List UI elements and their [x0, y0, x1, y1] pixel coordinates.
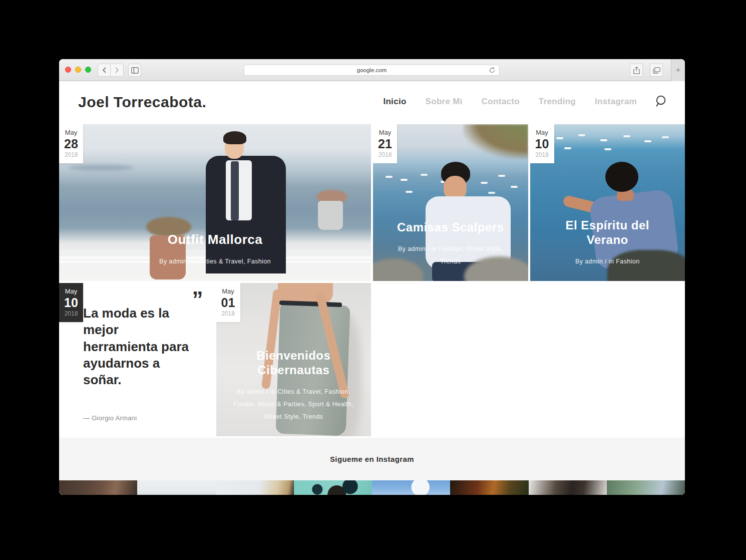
instagram-thumb[interactable]	[372, 480, 450, 495]
share-icon	[633, 67, 640, 74]
post-title[interactable]: Camisas Scalpers	[397, 220, 504, 235]
post-date-badge: May 21 2018	[373, 124, 397, 163]
plus-icon: +	[676, 65, 681, 75]
browser-toolbar: google.com +	[59, 59, 685, 81]
date-year: 2018	[59, 151, 83, 158]
post-espiritu-verano[interactable]: May 10 2018 El Espíritu del Verano By ad…	[530, 124, 685, 281]
post-overlay: Outfit Mallorca By admin / in Cities & T…	[59, 124, 371, 281]
tab-overview-group	[650, 64, 663, 77]
refresh-icon[interactable]	[489, 67, 496, 74]
web-page: Joel Torrecabota. Inicio Sobre Mi Contac…	[59, 81, 685, 495]
post-quote-giorgio-armani[interactable]: May 10 2018 ” La moda es la mejor herram…	[59, 283, 214, 436]
instagram-strip	[59, 480, 685, 495]
date-day: 10	[59, 295, 83, 310]
window-controls	[65, 67, 91, 73]
sidebar-toggle-group	[128, 64, 141, 77]
post-date-badge: May 01 2018	[216, 283, 240, 322]
date-month: May	[59, 129, 83, 136]
instagram-thumb[interactable]	[529, 480, 607, 495]
main-navigation: Inicio Sobre Mi Contacto Trending Instag…	[383, 97, 637, 107]
new-tab-button[interactable]: +	[671, 59, 685, 81]
site-logo[interactable]: Joel Torrecabota.	[78, 94, 206, 111]
instagram-thumb[interactable]	[294, 480, 372, 495]
instagram-thumb[interactable]	[137, 480, 215, 495]
date-month: May	[530, 129, 554, 136]
history-nav-buttons	[98, 64, 124, 77]
post-date-badge: May 10 2018	[59, 283, 83, 322]
instagram-cta-section: Sigueme en Instagram	[59, 438, 685, 480]
zoom-window-button[interactable]	[85, 67, 91, 73]
post-outfit-mallorca[interactable]: May 28 2018 Outfit Mallorca By admin / i…	[59, 124, 371, 281]
search-icon	[654, 94, 669, 109]
site-header: Joel Torrecabota. Inicio Sobre Mi Contac…	[59, 81, 685, 124]
tab-overview-button[interactable]	[650, 64, 663, 77]
nav-item-trending[interactable]: Trending	[539, 97, 576, 107]
nav-item-inicio[interactable]: Inicio	[383, 97, 406, 107]
quote-text[interactable]: La moda es la mejor herramienta para ayu…	[83, 305, 191, 388]
empty-grid-cell	[373, 283, 685, 436]
minimize-window-button[interactable]	[75, 67, 81, 73]
instagram-thumb[interactable]	[216, 480, 294, 495]
instagram-thumb[interactable]	[59, 480, 137, 495]
date-year: 2018	[216, 310, 240, 317]
back-button[interactable]	[98, 64, 111, 77]
instagram-thumb[interactable]	[607, 480, 685, 495]
close-window-button[interactable]	[65, 67, 71, 73]
forward-button[interactable]	[111, 64, 124, 77]
sidebar-toggle-button[interactable]	[128, 64, 141, 77]
address-bar[interactable]: google.com	[244, 65, 500, 76]
post-meta[interactable]: By admin / in Cities & Travel, Fashion, …	[230, 386, 357, 423]
post-meta[interactable]: By admin / in Fashion, Street Style, Tre…	[387, 243, 514, 268]
date-month: May	[216, 288, 240, 295]
date-year: 2018	[530, 151, 554, 158]
date-month: May	[59, 288, 83, 295]
post-meta[interactable]: By admin / in Cities & Travel, Fashion	[159, 255, 271, 268]
post-title[interactable]: Bienvenidos Cibernautas	[230, 349, 357, 378]
date-month: May	[373, 129, 397, 136]
browser-window: google.com + Joel Torrec	[59, 59, 685, 495]
share-group	[630, 64, 643, 77]
post-title[interactable]: El Espíritu del Verano	[544, 218, 671, 247]
date-year: 2018	[373, 151, 397, 158]
date-day: 21	[373, 136, 397, 151]
date-day: 01	[216, 295, 240, 310]
quote-mark-icon: ”	[192, 287, 203, 312]
date-year: 2018	[59, 310, 83, 317]
post-camisas-scalpers[interactable]: May 21 2018 Camisas Scalpers By admin / …	[373, 124, 528, 281]
post-date-badge: May 10 2018	[530, 124, 554, 163]
post-title[interactable]: Outfit Mallorca	[168, 232, 263, 247]
chevron-left-icon	[102, 67, 107, 73]
date-day: 28	[59, 136, 83, 151]
instagram-thumb[interactable]	[450, 480, 528, 495]
search-button[interactable]	[654, 94, 669, 109]
tabs-icon	[653, 67, 660, 74]
nav-item-sobre-mi[interactable]: Sobre Mi	[426, 97, 463, 107]
sidebar-icon	[131, 67, 139, 74]
nav-item-contacto[interactable]: Contacto	[482, 97, 520, 107]
share-button[interactable]	[630, 64, 643, 77]
post-meta[interactable]: By admin / in Fashion	[575, 255, 640, 268]
date-day: 10	[530, 136, 554, 151]
nav-item-instagram[interactable]: Instagram	[595, 97, 637, 107]
chevron-right-icon	[115, 67, 119, 73]
instagram-heading: Sigueme en Instagram	[330, 455, 414, 463]
quote-attribution: — Giorgio Armani	[83, 414, 137, 422]
address-bar-url: google.com	[357, 67, 387, 73]
post-bienvenidos-cibernautas[interactable]: May 01 2018 Bienvenidos Cibernautas By a…	[216, 283, 371, 436]
post-grid: May 28 2018 Outfit Mallorca By admin / i…	[59, 124, 685, 436]
screenshot-stage: google.com + Joel Torrec	[0, 0, 746, 560]
post-date-badge: May 28 2018	[59, 124, 83, 163]
